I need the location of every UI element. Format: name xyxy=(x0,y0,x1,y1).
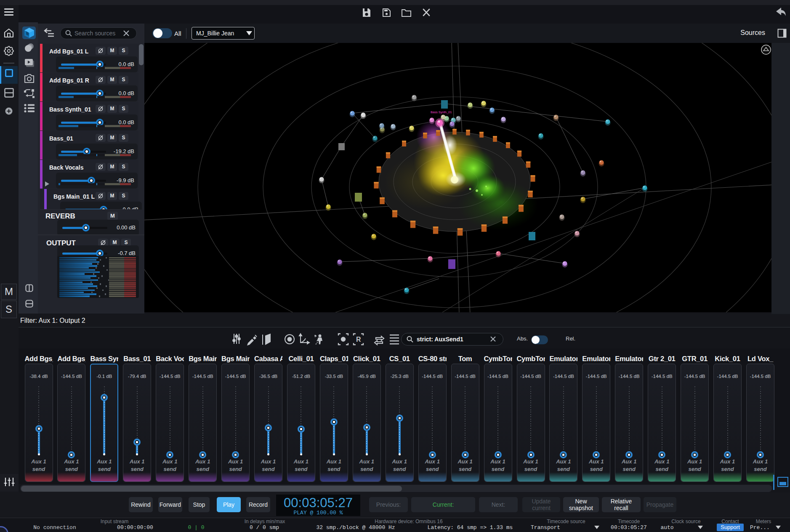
svg-text:Bass Synth_01: Bass Synth_01 xyxy=(431,110,452,114)
svg-text:R: R xyxy=(356,336,361,343)
